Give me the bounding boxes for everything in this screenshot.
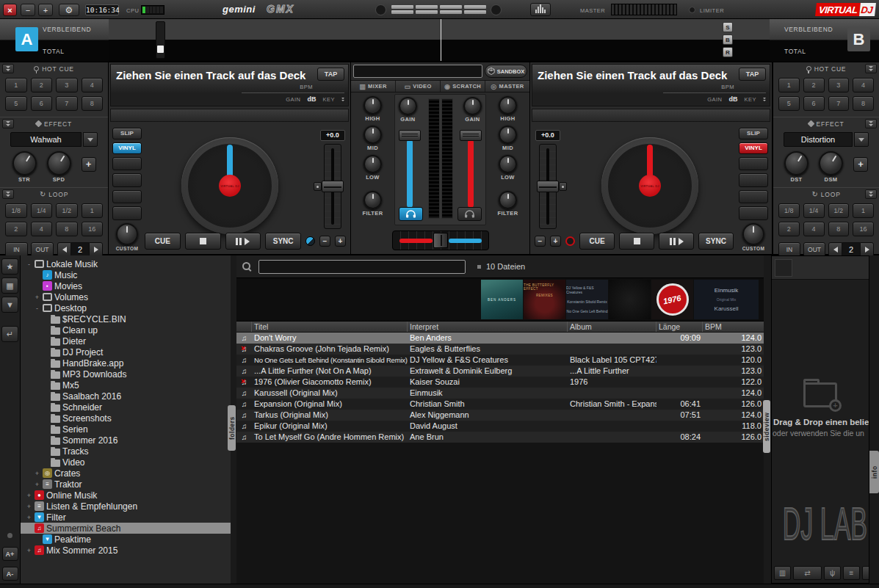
track-row-epikur-original-mix[interactable]: ♫Epikur (Original Mix)David August118.0: [236, 421, 764, 432]
column-header-l-nge[interactable]: Länge: [656, 322, 703, 332]
loop-a-button-1-2[interactable]: 1/2: [56, 203, 78, 218]
effect-dropdown-b-icon[interactable]: [854, 132, 869, 147]
tree-item-lokale-musik[interactable]: -Lokale Musik: [21, 258, 231, 269]
loop-a-button-4[interactable]: 4: [31, 222, 53, 236]
favorites-star-icon[interactable]: ★: [1, 258, 18, 275]
collapse-loop-b-icon[interactable]: [865, 189, 877, 199]
sideview-icon[interactable]: ▥: [774, 566, 791, 580]
eq-high-knob-b[interactable]: HIGH: [499, 96, 517, 122]
tree-options-dot[interactable]: [7, 533, 12, 538]
tree-item-mx5[interactable]: Mx5: [21, 380, 231, 391]
hotcue-a-button-3[interactable]: 3: [56, 78, 78, 92]
record-button[interactable]: [375, 4, 386, 15]
loop-b-button-8[interactable]: 8: [828, 222, 850, 236]
close-button[interactable]: ×: [3, 4, 17, 16]
eq-low-knob-a[interactable]: LOW: [363, 155, 382, 181]
volume-fader-a[interactable]: [399, 130, 421, 209]
sandbox-button[interactable]: SANDBOX: [485, 65, 527, 78]
hotcue-b-button-1[interactable]: 1: [778, 78, 800, 92]
album-cover[interactable]: BEN ANDERS: [481, 280, 523, 319]
collapse-header-a-icon[interactable]: [341, 98, 344, 101]
add-effect-a-button[interactable]: +: [82, 157, 96, 172]
effect-select-b[interactable]: Distortion: [784, 132, 853, 147]
tree-item-online-musik[interactable]: +●Online Musik: [21, 490, 231, 501]
track-overview-a[interactable]: [110, 109, 349, 122]
eq-low-knob-b[interactable]: LOW: [499, 155, 517, 181]
wave-view-b-button[interactable]: B: [723, 35, 733, 45]
tree-item-dieter[interactable]: Dieter: [21, 335, 231, 346]
microphone-icon[interactable]: ψ: [824, 566, 841, 580]
vinyl-b-button[interactable]: VINYL: [739, 142, 768, 154]
settings-gear-icon[interactable]: ⚙: [59, 4, 79, 16]
tree-item-tracks[interactable]: Tracks: [21, 446, 231, 457]
back-arrow-icon[interactable]: ↵: [1, 326, 18, 342]
loop-increase-b-icon[interactable]: [860, 242, 874, 257]
loop-a-button-8[interactable]: 8: [56, 222, 78, 236]
effect-knob-2-b[interactable]: DSM: [819, 151, 843, 183]
tree-item-schneider[interactable]: Schneider: [21, 402, 231, 413]
pitch-handle-b[interactable]: [537, 181, 559, 192]
vinyl-a-button[interactable]: VINYL: [112, 142, 142, 154]
pitch-fader-b[interactable]: [539, 144, 557, 229]
tree-item-serien[interactable]: Serien: [21, 424, 231, 435]
tree-item-filter[interactable]: +▼Filter: [21, 512, 231, 523]
track-row-a-little-further-not-on-a-map[interactable]: ♫...A Little Further (Not On A Map)Extra…: [236, 366, 764, 377]
pad-b-1[interactable]: [739, 157, 768, 171]
sync-a-button[interactable]: SYNC: [265, 233, 301, 250]
hotcue-a-button-1[interactable]: 1: [5, 78, 27, 92]
pad-b-4[interactable]: [739, 206, 768, 220]
tab-video[interactable]: ▭VIDEO: [396, 81, 441, 92]
tab-folders[interactable]: folders: [228, 405, 236, 451]
tree-item-peaktime[interactable]: ▼Peaktime: [21, 534, 231, 545]
hotcue-b-button-7[interactable]: 7: [828, 96, 850, 111]
loop-a-button-16[interactable]: 16: [82, 222, 104, 236]
waveform-view-icon[interactable]: [530, 3, 551, 16]
gain-knob-b[interactable]: GAIN: [463, 97, 482, 123]
collapse-hotcue-a-icon[interactable]: [2, 64, 14, 73]
track-row-no-one-gets-left-behind-konstantin-sibold-remix[interactable]: ♫No One Gets Left Behind (Konstantin Sib…: [236, 355, 764, 366]
hotcue-b-button-3[interactable]: 3: [828, 78, 850, 92]
crossfader-handle[interactable]: [433, 233, 448, 248]
pad-a-1[interactable]: [112, 157, 142, 171]
loop-out-b-button[interactable]: OUT: [803, 242, 825, 257]
tab-sideview[interactable]: sideview: [763, 400, 770, 453]
loop-in-a-button[interactable]: IN: [5, 242, 28, 257]
tree-item-crates[interactable]: +◎Crates: [21, 468, 231, 479]
cue-b-button[interactable]: CUE: [579, 233, 615, 250]
tree-item-summermix-beach[interactable]: ♫Summermix Beach: [21, 523, 231, 534]
jog-wheel-a[interactable]: VIRTUAL DJ: [181, 137, 278, 234]
pitch-range-minus-a-button[interactable]: −: [319, 236, 330, 247]
track-row-don-t-worry[interactable]: ♫Don't WorryBen Anders09:09124.0: [236, 333, 764, 344]
hotcue-b-button-8[interactable]: 8: [853, 96, 874, 111]
loop-b-button-1-2[interactable]: 1/2: [828, 203, 850, 218]
font-decrease-button[interactable]: A-: [2, 567, 18, 581]
hotcue-a-button-6[interactable]: 6: [31, 96, 53, 111]
eq-mid-knob-b[interactable]: MID: [499, 126, 517, 151]
tree-item-movies[interactable]: ▪Movies: [21, 280, 231, 291]
tree-item-saalbach-2016[interactable]: Saalbach 2016: [21, 391, 231, 402]
eq-filter-knob-a[interactable]: FILTER: [362, 191, 383, 217]
pad-a-3[interactable]: [112, 190, 142, 204]
hotcue-b-button-6[interactable]: 6: [803, 96, 825, 111]
track-row-expansion-original-mix[interactable]: ♫Expansion (Original Mix)Christian Smith…: [236, 399, 764, 410]
pad-b-3[interactable]: [739, 190, 768, 204]
custom-knob-a[interactable]: CUSTOM: [112, 223, 142, 251]
pad-b-2[interactable]: [739, 173, 768, 187]
track-row-karussell-original-mix[interactable]: ♫Karussell (Original Mix)Einmusik124.0: [236, 388, 764, 399]
play-pause-a-button[interactable]: [225, 233, 261, 250]
hotcue-a-button-7[interactable]: 7: [56, 96, 78, 111]
album-cover[interactable]: DJ Yellow & F&S CreaturesKonstantin Sibo…: [566, 280, 608, 319]
broadcast-button[interactable]: [491, 4, 502, 15]
album-cover[interactable]: 1976: [651, 280, 693, 319]
headphone-cue-b-button[interactable]: [457, 207, 482, 221]
effect-knob-1-b[interactable]: DST: [784, 151, 809, 183]
hotcue-a-button-8[interactable]: 8: [82, 96, 104, 111]
wave-view-s-button[interactable]: S: [723, 22, 733, 32]
pitch-range-plus-b-button[interactable]: +: [550, 236, 561, 247]
loop-decrease-b-icon[interactable]: [828, 242, 842, 257]
loop-increase-a-icon[interactable]: [89, 242, 103, 257]
tree-item-listen-empfehlungen[interactable]: +≡Listen & Empfehlungen: [21, 501, 231, 512]
eq-high-knob-a[interactable]: HIGH: [363, 96, 382, 122]
key-lock-b-button[interactable]: [559, 182, 567, 191]
collapse-hotcue-b-icon[interactable]: [865, 64, 877, 73]
